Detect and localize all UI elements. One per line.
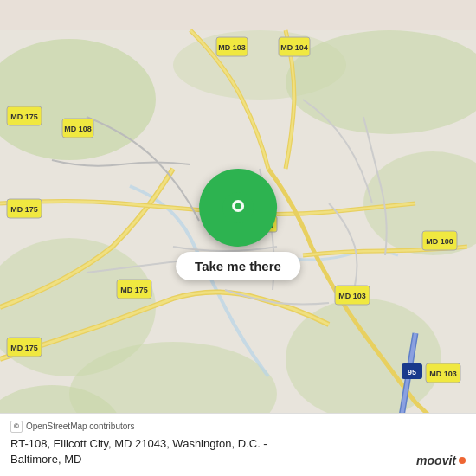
location-pin-icon — [222, 191, 254, 224]
svg-text:MD 175: MD 175 — [10, 205, 38, 214]
svg-text:MD 175: MD 175 — [10, 113, 38, 121]
location-line1: RT-108, Ellicott City, MD 21043, Washing… — [10, 437, 267, 450]
moovit-text: moovit — [416, 453, 456, 467]
take-me-there-button[interactable]: Take me there — [176, 252, 300, 280]
svg-text:MD 108: MD 108 — [64, 125, 92, 133]
copyright-text: OpenStreetMap contributors — [26, 421, 135, 431]
navigation-popup: Take me there — [176, 169, 300, 280]
osm-logo: © — [10, 421, 23, 433]
location-title: RT-108, Ellicott City, MD 21043, Washing… — [10, 436, 267, 467]
svg-text:MD 175: MD 175 — [120, 286, 148, 294]
svg-text:MD 103: MD 103 — [429, 370, 457, 378]
copyright-row: © OpenStreetMap contributors — [10, 421, 466, 433]
svg-text:MD 104: MD 104 — [280, 43, 308, 52]
info-bar: © OpenStreetMap contributors RT-108, Ell… — [0, 413, 476, 476]
svg-text:95: 95 — [408, 368, 416, 376]
map-container: 95 MD 103 MD 104 MD 108 MD 175 MD 175 MD… — [0, 0, 476, 476]
moovit-dot — [459, 457, 466, 464]
svg-text:MD 103: MD 103 — [218, 43, 246, 52]
moovit-logo: moovit — [416, 453, 466, 467]
svg-text:MD 100: MD 100 — [426, 237, 453, 246]
map-pin — [199, 169, 277, 247]
location-line2: Baltimore, MD — [10, 453, 81, 466]
svg-text:MD 175: MD 175 — [10, 344, 38, 352]
svg-point-37 — [235, 203, 241, 209]
svg-text:MD 103: MD 103 — [338, 292, 366, 300]
